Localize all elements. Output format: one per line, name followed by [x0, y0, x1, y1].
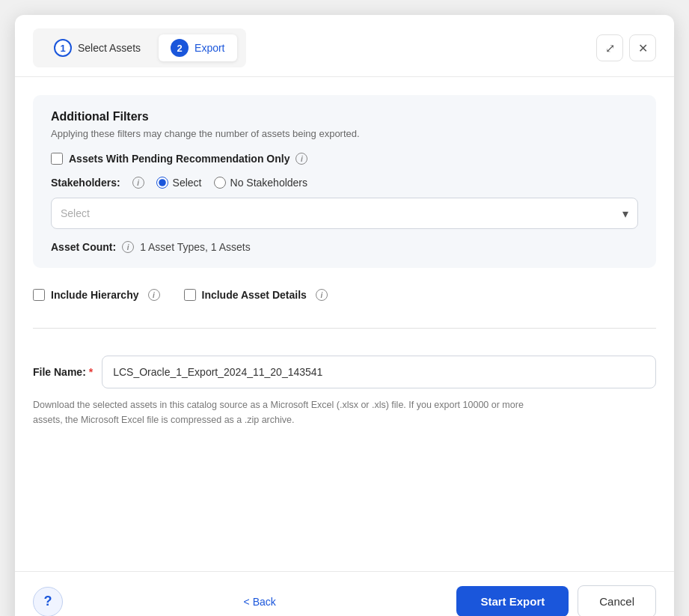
- include-asset-details-label[interactable]: Include Asset Details: [202, 289, 307, 301]
- asset-count-info-icon[interactable]: i: [122, 241, 134, 253]
- filename-section: File Name: * Download the selected asset…: [33, 350, 656, 433]
- include-hierarchy-info-icon[interactable]: i: [148, 289, 160, 301]
- pending-recommendation-checkbox-wrap: Assets With Pending Recommendation Only …: [51, 153, 307, 165]
- pending-recommendation-info-icon[interactable]: i: [295, 153, 307, 165]
- close-button[interactable]: ✕: [629, 34, 656, 61]
- steps-nav: 1 Select Assets 2 Export: [33, 28, 246, 67]
- filename-label: File Name: *: [33, 366, 93, 378]
- asset-count-label: Asset Count:: [51, 241, 116, 253]
- step-2[interactable]: 2 Export: [159, 34, 236, 61]
- back-button[interactable]: < Back: [232, 588, 288, 615]
- asset-count-row: Asset Count: i 1 Asset Types, 1 Assets: [51, 241, 638, 253]
- step-1-number: 1: [54, 39, 72, 57]
- filename-hint: Download the selected assets in this cat…: [33, 397, 542, 427]
- radio-no-stakeholders-input[interactable]: [214, 177, 226, 189]
- pending-recommendation-label[interactable]: Assets With Pending Recommendation Only: [69, 153, 290, 165]
- pending-recommendation-row: Assets With Pending Recommendation Only …: [51, 153, 638, 165]
- stakeholders-select-dropdown[interactable]: Select ▾: [51, 198, 638, 229]
- include-asset-details-checkbox[interactable]: [184, 289, 196, 301]
- dialog-content: Additional Filters Applying these filter…: [15, 77, 674, 571]
- include-hierarchy-checkbox[interactable]: [33, 289, 45, 301]
- footer-center: < Back: [232, 588, 288, 615]
- stakeholders-row: Stakeholders: i Select No Stakeholders: [51, 177, 638, 189]
- include-asset-details-info-icon[interactable]: i: [316, 289, 328, 301]
- filters-title: Additional Filters: [51, 110, 638, 123]
- footer-left: ?: [33, 587, 63, 617]
- stakeholders-info-icon[interactable]: i: [132, 177, 144, 189]
- step-1[interactable]: 1 Select Assets: [42, 34, 153, 61]
- include-asset-details-option: Include Asset Details i: [184, 289, 328, 301]
- stakeholders-label: Stakeholders:: [51, 177, 120, 189]
- options-row: Include Hierarchy i Include Asset Detail…: [33, 286, 656, 307]
- step-2-label: Export: [195, 42, 224, 54]
- filters-subtitle: Applying these filters may change the nu…: [51, 128, 638, 139]
- required-indicator: *: [89, 366, 93, 378]
- expand-button[interactable]: ⤢: [596, 34, 623, 61]
- help-button[interactable]: ?: [33, 587, 63, 617]
- asset-count-value: 1 Asset Types, 1 Assets: [140, 241, 251, 253]
- stakeholders-select-placeholder: Select: [61, 207, 622, 219]
- step-1-label: Select Assets: [78, 42, 141, 54]
- pending-recommendation-checkbox[interactable]: [51, 153, 63, 165]
- chevron-down-icon: ▾: [622, 207, 628, 221]
- header-actions: ⤢ ✕: [596, 34, 656, 61]
- footer-right: Start Export Cancel: [456, 585, 656, 616]
- additional-filters-section: Additional Filters Applying these filter…: [33, 95, 656, 268]
- include-hierarchy-option: Include Hierarchy i: [33, 289, 160, 301]
- cancel-button[interactable]: Cancel: [578, 585, 656, 616]
- step-2-number: 2: [171, 39, 189, 57]
- radio-select-input[interactable]: [156, 177, 168, 189]
- filename-row: File Name: *: [33, 356, 656, 388]
- section-divider: [33, 328, 656, 329]
- filename-input[interactable]: [102, 356, 656, 388]
- start-export-button[interactable]: Start Export: [456, 586, 569, 616]
- radio-select-option[interactable]: Select: [156, 177, 202, 189]
- include-hierarchy-label[interactable]: Include Hierarchy: [51, 289, 139, 301]
- export-dialog: 1 Select Assets 2 Export ⤢ ✕ Additional …: [15, 15, 674, 616]
- radio-no-stakeholders-label: No Stakeholders: [230, 177, 308, 189]
- dialog-header: 1 Select Assets 2 Export ⤢ ✕: [15, 15, 674, 77]
- radio-no-stakeholders-option[interactable]: No Stakeholders: [214, 177, 308, 189]
- dialog-footer: ? < Back Start Export Cancel: [15, 571, 674, 616]
- radio-select-label: Select: [173, 177, 202, 189]
